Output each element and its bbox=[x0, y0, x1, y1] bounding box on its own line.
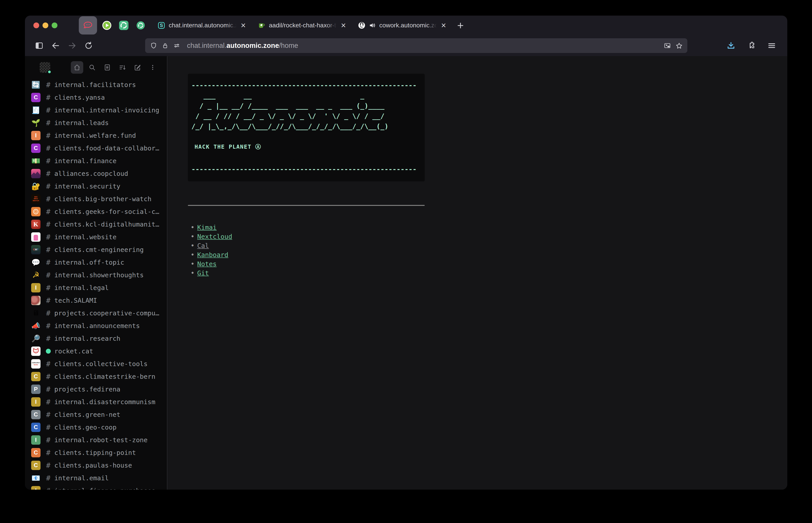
channel-item[interactable]: #clients.geeks-for-social-c… bbox=[25, 205, 167, 218]
sidebar-toggle-icon[interactable] bbox=[35, 41, 43, 50]
tab-close-icon[interactable]: × bbox=[240, 21, 247, 30]
channel-item[interactable]: collectivetools#clients.collective-tools bbox=[25, 357, 167, 370]
dm-item[interactable]: rocket.cat bbox=[25, 345, 167, 357]
channel-item[interactable]: BIGBROWATCH#clients.big-brother-watch bbox=[25, 193, 167, 205]
channel-item[interactable]: I#internal.disastercommunism bbox=[25, 396, 167, 408]
channel-item[interactable]: I#internal.welfare.fund bbox=[25, 129, 167, 142]
url-bar[interactable]: chat.internal.autonomic.zone/home bbox=[145, 38, 687, 53]
reload-button[interactable] bbox=[84, 41, 93, 50]
tracking-shield-icon[interactable] bbox=[150, 42, 157, 49]
bullet-icon: • bbox=[188, 269, 197, 277]
forward-button[interactable] bbox=[68, 41, 76, 50]
back-button[interactable] bbox=[51, 41, 60, 50]
channel-item[interactable]: 💵#internal.finance bbox=[25, 155, 167, 167]
pinned-tab-element-circle[interactable] bbox=[133, 16, 148, 35]
channel-avatar: K bbox=[31, 220, 40, 229]
hash-icon: # bbox=[44, 93, 52, 102]
service-link[interactable]: Kanboard bbox=[197, 251, 228, 258]
extensions-puzzle-icon[interactable] bbox=[747, 41, 756, 50]
tab-close-icon[interactable]: × bbox=[340, 21, 347, 30]
service-link[interactable]: Nextcloud bbox=[197, 233, 232, 240]
channel-avatar: I bbox=[31, 486, 40, 490]
channel-item[interactable]: C#clients.tipping-point bbox=[25, 446, 167, 459]
tab-strip: Schat.internal.autonomic.zone - S×aadil/… bbox=[154, 18, 451, 33]
service-links-list: •Kimai•Nextcloud•Cal•Kanboard•Notes•Git bbox=[188, 223, 787, 277]
channel-item[interactable]: 💬#internal.off-topic bbox=[25, 256, 167, 269]
channel-item[interactable]: C#clients.geo-coop bbox=[25, 421, 167, 434]
search-button[interactable] bbox=[86, 61, 98, 74]
pinned-tab-element-square[interactable] bbox=[116, 16, 131, 35]
timer-play-icon bbox=[102, 20, 112, 30]
close-window-button[interactable] bbox=[33, 22, 39, 28]
channel-item[interactable]: #internal.website bbox=[25, 231, 167, 243]
channel-item[interactable]: 📧#internal.email bbox=[25, 472, 167, 484]
tab-title: cowork.autonomic.zone/ bbox=[379, 22, 437, 29]
new-message-button[interactable] bbox=[131, 61, 144, 74]
picture-in-picture-icon[interactable] bbox=[664, 42, 671, 49]
channel-name: clients.green-net bbox=[54, 411, 121, 418]
browser-tab[interactable]: cowork.autonomic.zone/× bbox=[354, 18, 451, 33]
channel-item[interactable]: I#internal.robot-test-zone bbox=[25, 434, 167, 446]
lock-icon[interactable] bbox=[162, 42, 169, 49]
channel-avatar: C bbox=[31, 372, 40, 381]
url-text[interactable]: chat.internal.autonomic.zone/home bbox=[187, 42, 298, 50]
menu-hamburger-icon[interactable] bbox=[767, 41, 776, 50]
tab-close-icon[interactable]: × bbox=[440, 21, 447, 30]
channel-item[interactable]: 🧾#internal.internal-invoicing bbox=[25, 104, 167, 116]
channel-item[interactable]: P#projects.fedirena bbox=[25, 383, 167, 396]
downloads-icon[interactable] bbox=[726, 41, 735, 50]
channel-item[interactable]: C#clients.green-net bbox=[25, 408, 167, 421]
channel-item[interactable]: C#clients.paulas-house bbox=[25, 459, 167, 472]
channel-avatar bbox=[31, 296, 40, 305]
channel-avatar: C bbox=[31, 461, 40, 470]
browser-tab[interactable]: aadil/rocket-chat-haxor-theme -× bbox=[254, 18, 351, 33]
channel-item[interactable]: I#internal.finance-purchases bbox=[25, 484, 167, 490]
user-avatar[interactable] bbox=[40, 62, 50, 73]
window-controls bbox=[33, 22, 57, 28]
channel-item[interactable]: C#clients.food-data-collabor… bbox=[25, 142, 167, 155]
channel-avatar: 📣 bbox=[31, 321, 40, 330]
channel-item[interactable]: C#clients.climatestrike-bern bbox=[25, 370, 167, 383]
channel-item[interactable]: K#clients.kcl-digitalhumanit… bbox=[25, 218, 167, 231]
channel-item[interactable]: #alliances.coopcloud bbox=[25, 167, 167, 180]
channel-item[interactable]: 📣#internal.announcements bbox=[25, 319, 167, 332]
channel-item[interactable]: 🔄#internal.facilitators bbox=[25, 79, 167, 91]
channel-item[interactable]: 🌱#internal.leads bbox=[25, 116, 167, 129]
new-tab-button[interactable]: + bbox=[457, 20, 464, 31]
channel-item[interactable]: #tech.SALAMI bbox=[25, 294, 167, 307]
dm-status-dot-wrap bbox=[44, 347, 52, 356]
channel-item[interactable]: 🔎#internal.research bbox=[25, 332, 167, 345]
channel-avatar: 🔐 bbox=[31, 182, 40, 191]
channel-item[interactable]: C#clients.yansa bbox=[25, 91, 167, 104]
channel-name: clients.kcl-digitalhumanit… bbox=[54, 220, 159, 228]
channel-item[interactable]: I#internal.legal bbox=[25, 281, 167, 294]
channel-avatar: 🖥 bbox=[31, 308, 40, 318]
sort-button[interactable] bbox=[116, 61, 129, 74]
service-link[interactable]: Kimai bbox=[197, 224, 217, 231]
service-link-item: •Notes bbox=[188, 259, 787, 268]
channel-item[interactable]: ☭#internal.showerthoughts bbox=[25, 269, 167, 281]
channel-item[interactable]: CMT#clients.cmt-engineering bbox=[25, 243, 167, 256]
zoom-window-button[interactable] bbox=[52, 22, 57, 28]
channel-name: internal.disastercommunism bbox=[54, 398, 155, 406]
pinned-tab-rocketchat[interactable] bbox=[79, 16, 97, 35]
permissions-sliders-icon[interactable] bbox=[173, 42, 180, 49]
kebab-menu-icon[interactable] bbox=[146, 61, 159, 74]
directory-button[interactable] bbox=[101, 61, 113, 74]
pinned-tab-kimai[interactable] bbox=[100, 16, 114, 35]
channel-item[interactable]: 🔐#internal.security bbox=[25, 180, 167, 193]
hash-icon: # bbox=[44, 208, 52, 216]
channel-name: internal.legal bbox=[54, 284, 109, 291]
channel-avatar: 🌱 bbox=[31, 118, 40, 127]
service-link[interactable]: Cal bbox=[197, 242, 209, 250]
tab-audio-speaker-icon[interactable] bbox=[369, 22, 376, 29]
channel-avatar: C bbox=[31, 422, 40, 432]
home-button[interactable] bbox=[71, 61, 83, 74]
browser-tab[interactable]: Schat.internal.autonomic.zone - S× bbox=[154, 18, 251, 33]
bookmark-star-icon[interactable] bbox=[675, 42, 683, 49]
service-link[interactable]: Git bbox=[197, 269, 209, 277]
service-link[interactable]: Notes bbox=[197, 260, 217, 268]
bullet-icon: • bbox=[188, 233, 197, 240]
minimize-window-button[interactable] bbox=[42, 22, 48, 28]
channel-item[interactable]: 🖥#projects.cooperative-compu… bbox=[25, 307, 167, 319]
